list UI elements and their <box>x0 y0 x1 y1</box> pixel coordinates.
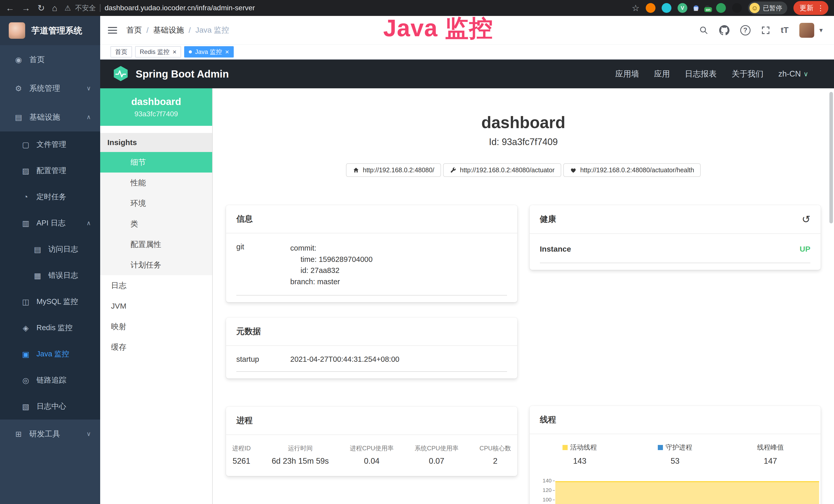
extension-icon-grid[interactable]: ▦ <box>694 5 699 10</box>
bookmark-star-icon[interactable]: ☆ <box>632 4 640 12</box>
extension-icon-leaf[interactable] <box>716 3 726 13</box>
back-icon[interactable]: ← <box>6 4 14 12</box>
process-stats: 进程ID 5261 运行时间 6d 23h 15m 59s 进程CPU使用率 0… <box>226 435 517 476</box>
legend-swatch-blue <box>658 445 663 450</box>
sidebar-item-access-logs[interactable]: ▤ 访问日志 <box>0 236 100 262</box>
breadcrumb-home[interactable]: 首页 <box>126 25 142 36</box>
devtools-icon: ⊞ <box>13 430 24 438</box>
chevron-down-icon[interactable]: ▾ <box>819 26 823 34</box>
dashboard-icon: ◉ <box>13 55 24 64</box>
sba-nav-journal[interactable]: 日志报表 <box>685 69 717 79</box>
actuator-url-link[interactable]: http://192.168.0.2:48080/actuator <box>443 163 561 177</box>
sba-title: Spring Boot Admin <box>136 68 229 80</box>
sidebar-item-system-management[interactable]: ⚙ 系统管理 ∨ <box>0 74 100 103</box>
security-warning-icon[interactable]: ⚠ <box>64 4 71 12</box>
scrollbar-thumb[interactable] <box>829 92 833 223</box>
sba-nav-applications[interactable]: 应用 <box>654 69 670 79</box>
sba-item-config-props[interactable]: 配置属性 <box>100 234 212 255</box>
info-key: git <box>236 235 290 295</box>
fullscreen-icon[interactable] <box>761 26 770 35</box>
close-icon[interactable]: × <box>225 48 229 55</box>
tag-home[interactable]: 首页 <box>110 46 132 58</box>
health-url-link[interactable]: http://192.168.0.2:48080/actuator/health <box>563 163 701 177</box>
sba-instance-header[interactable]: dashboard 93a3fc7f7409 <box>100 88 212 126</box>
sba-nav-about[interactable]: 关于我们 <box>731 69 763 79</box>
sidebar-item-label: 日志中心 <box>37 401 66 412</box>
stat-process-cpu: 进程CPU使用率 0.04 <box>350 444 394 466</box>
sba-item-caches[interactable]: 缓存 <box>100 337 212 358</box>
sba-item-logs[interactable]: 日志 <box>100 275 212 296</box>
sidebar-item-tracing[interactable]: ◎ 链路追踪 <box>0 367 100 393</box>
sba-sidebar: dashboard 93a3fc7f7409 Insights 细节 性能 环境… <box>100 88 213 504</box>
extension-icon-dark[interactable] <box>732 3 742 13</box>
forward-icon[interactable]: → <box>22 4 30 12</box>
tag-redis-monitor[interactable]: Redis 监控 × <box>135 46 181 58</box>
profile-chip[interactable]: ☺ 已暂停 <box>748 2 787 15</box>
sidebar-item-config-management[interactable]: ▨ 配置管理 <box>0 158 100 184</box>
sba-item-jvm[interactable]: JVM <box>100 296 212 316</box>
search-icon[interactable] <box>699 26 708 35</box>
update-button[interactable]: 更新 ⋮ <box>793 1 828 15</box>
breadcrumb-infrastructure[interactable]: 基础设施 <box>153 25 184 36</box>
extension-on-badge: on <box>704 7 712 12</box>
error-log-icon: ▦ <box>32 271 43 280</box>
sba-item-mappings[interactable]: 映射 <box>100 316 212 337</box>
breadcrumb-current: Java 监控 <box>195 25 229 36</box>
sidebar-item-api-logs[interactable]: ▥ API 日志 ∧ <box>0 210 100 236</box>
redis-icon: ◈ <box>20 323 31 333</box>
health-row[interactable]: Instance UP <box>540 235 811 263</box>
sba-logo-icon[interactable] <box>112 65 129 83</box>
sba-header: Spring Boot Admin 应用墙 应用 日志报表 关于我们 zh-CN… <box>100 60 834 88</box>
instance-id-line: Id: 93a3fc7f7409 <box>213 137 834 147</box>
sidebar-item-redis-monitor[interactable]: ◈ Redis 监控 <box>0 315 100 341</box>
sba-item-scheduled[interactable]: 计划任务 <box>100 255 212 275</box>
card-body: startup 2021-04-27T00:44:31.254+08:00 <box>226 346 517 379</box>
extension-icon-drop[interactable] <box>662 3 672 13</box>
user-avatar[interactable] <box>799 23 814 38</box>
sidebar-item-label: 配置管理 <box>37 166 66 176</box>
help-icon[interactable]: ? <box>740 25 750 36</box>
extension-icon-vue-devtools[interactable]: V <box>678 3 687 13</box>
sidebar-item-label: 系统管理 <box>29 83 60 94</box>
tag-java-monitor[interactable]: Java 监控 × <box>184 46 234 58</box>
reload-icon[interactable]: ↻ <box>38 4 45 12</box>
sba-item-metrics[interactable]: 性能 <box>100 173 212 193</box>
extension-icon-orange[interactable] <box>646 3 656 13</box>
url-text[interactable]: dashboard.yudao.iocoder.cn/infra/admin-s… <box>105 4 255 12</box>
sba-nav-wallboard[interactable]: 应用墙 <box>615 69 639 79</box>
sidebar-item-mysql-monitor[interactable]: ◫ MySQL 监控 <box>0 289 100 315</box>
service-url-link[interactable]: http://192.168.0.2:48080/ <box>346 163 441 177</box>
actuator-url-text: http://192.168.0.2:48080/actuator <box>460 166 554 174</box>
github-icon[interactable] <box>719 25 729 36</box>
threads-legend: 活动线程 143 守护进程 53 线程峰值 147 <box>530 434 821 466</box>
app-logo-row[interactable]: 芋道管理系统 <box>0 16 100 45</box>
sidebar-item-scheduled-tasks[interactable]: ◔ 定时任务 <box>0 184 100 210</box>
sidebar-item-devtools[interactable]: ⊞ 研发工具 ∨ <box>0 419 100 448</box>
sidebar-item-file-management[interactable]: ▢ 文件管理 <box>0 132 100 158</box>
home-icon[interactable]: ⌂ <box>52 4 58 12</box>
legend-peak-threads: 线程峰值 147 <box>723 443 818 466</box>
locale-select[interactable]: zh-CN ∨ <box>778 69 808 78</box>
info-value: commit: time: 1596289704000 id: 27aa832 … <box>290 235 507 295</box>
sidebar-item-java-monitor[interactable]: ▣ Java 监控 <box>0 341 100 367</box>
extension-icon-switch[interactable]: on <box>705 5 710 10</box>
sidebar-item-label: 链路追踪 <box>37 375 66 385</box>
font-size-icon[interactable]: tT <box>781 25 789 35</box>
sba-item-classes[interactable]: 类 <box>100 214 212 234</box>
cards-right-column: 健康 ↺ Instance UP <box>530 205 821 504</box>
sidebar-item-infrastructure[interactable]: ▤ 基础设施 ∧ <box>0 103 100 132</box>
history-icon[interactable]: ↺ <box>802 213 810 225</box>
stat-pid: 进程ID 5261 <box>232 444 251 466</box>
sidebar-item-home[interactable]: ◉ 首页 <box>0 45 100 74</box>
browser-menu-icon[interactable]: ⋮ <box>817 4 824 12</box>
header-actions: ? tT ▾ <box>699 23 823 38</box>
access-log-icon: ▤ <box>32 245 43 254</box>
hamburger-icon[interactable] <box>108 27 117 33</box>
close-icon[interactable]: × <box>173 48 176 55</box>
address-bar[interactable]: ⚠ 不安全 dashboard.yudao.iocoder.cn/infra/a… <box>64 3 255 13</box>
sba-item-environment[interactable]: 环境 <box>100 193 212 214</box>
sba-item-details[interactable]: 细节 <box>100 152 212 173</box>
instance-links: http://192.168.0.2:48080/ http://192.168… <box>213 163 834 177</box>
sidebar-item-error-logs[interactable]: ▦ 错误日志 <box>0 262 100 289</box>
sidebar-item-log-center[interactable]: ▧ 日志中心 <box>0 393 100 419</box>
